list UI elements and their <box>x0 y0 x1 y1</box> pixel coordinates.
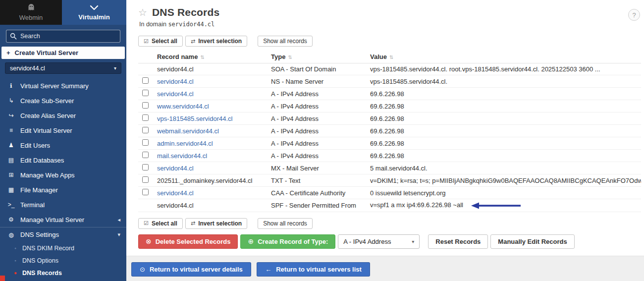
row-checkbox[interactable] <box>142 139 149 146</box>
record-value: 69.6.226.98 <box>370 140 404 147</box>
sidebar-item-terminal[interactable]: >_Terminal <box>0 197 126 212</box>
record-name: servidor44.cl <box>157 65 194 73</box>
column-header-record-name[interactable]: Record name⇅ <box>153 51 267 63</box>
column-header-type[interactable]: Type⇅ <box>267 51 366 63</box>
tab-webmin[interactable]: Webmin <box>0 0 62 25</box>
sidebar-item-file-manager[interactable]: ▦File Manager <box>0 182 126 197</box>
record-value: 69.6.226.98 <box>370 152 404 160</box>
table-row: admin.servidor44.clA - IPv4 Address69.6.… <box>138 137 641 150</box>
create-record-button[interactable]: ⊕ Create Record of Type: <box>240 234 335 249</box>
sidebar-subitem-dns-options[interactable]: ◦DNS Options <box>0 254 126 267</box>
row-checkbox[interactable] <box>142 90 149 96</box>
record-name-link[interactable]: servidor44.cl <box>157 90 194 98</box>
page-header: ☆ DNS Records In domain servidor44.cl <box>126 0 644 30</box>
column-header-value[interactable]: Value⇅ <box>366 51 641 63</box>
return-list-label: Return to virtual servers list <box>276 266 362 273</box>
select-all-button[interactable]: ☑ Select all <box>138 36 183 47</box>
record-name-link[interactable]: servidor44.cl <box>157 78 194 85</box>
reset-records-button[interactable]: Reset Records <box>428 234 488 249</box>
bullet-icon: ● <box>13 270 18 276</box>
record-name-link[interactable]: mail.servidor44.cl <box>157 152 207 160</box>
row-checkbox[interactable] <box>142 152 149 158</box>
table-row: servidor44.clNS - Name Servervps-1815485… <box>138 75 641 88</box>
row-checkbox[interactable] <box>142 176 149 183</box>
row-checkbox[interactable] <box>142 127 149 133</box>
sidebar-item-edit-virtual-server[interactable]: ≡Edit Virtual Server <box>0 123 126 138</box>
sidebar-item-edit-databases[interactable]: ▤Edit Databases <box>0 153 126 168</box>
show-all-records-button[interactable]: Show all records <box>258 36 313 47</box>
record-type: A - IPv4 Address <box>267 88 366 100</box>
record-name-link[interactable]: admin.servidor44.cl <box>157 140 213 147</box>
delete-selected-records-button[interactable]: ⊗ Delete Selected Records <box>138 234 238 249</box>
sidebar-subitem-dns-dkim-record[interactable]: ◦DNS DKIM Record <box>0 242 126 254</box>
sidebar-item-label: Virtual Server Summary <box>20 82 89 90</box>
invert-selection-button[interactable]: ⇄ Invert selection <box>185 36 247 47</box>
sidebar-item-label: Manage Virtual Server <box>20 216 84 224</box>
sidebar-subitem-dns-records[interactable]: ●DNS Records <box>0 267 126 279</box>
row-checkbox-cell <box>138 162 153 174</box>
record-name-link[interactable]: www.servidor44.cl <box>157 103 209 110</box>
info-circle-icon: ℹ <box>7 82 15 89</box>
row-checkbox-cell <box>138 150 153 162</box>
sidebar-item-virtual-server-summary[interactable]: ℹVirtual Server Summary <box>0 78 126 93</box>
record-value: vps-1815485.servidor44.cl. root.vps-1815… <box>370 65 600 73</box>
bullet-icon: ◦ <box>13 258 18 263</box>
records-toolbar-top: ☑ Select all ⇄ Invert selection Show all… <box>138 36 641 47</box>
sidebar-item-dns-settings[interactable]: ◍DNS Settings▾ <box>0 227 126 242</box>
sidebar-menu: ℹVirtual Server Summary↳Create Sub-Serve… <box>0 78 126 242</box>
table-row: servidor44.clSPF - Sender Permitted From… <box>138 199 641 212</box>
record-type-select[interactable]: A - IPv4 Address ▾ <box>338 234 420 249</box>
sidebar-subitem-label: DNS DKIM Record <box>22 245 74 252</box>
tab-virtualmin[interactable]: Virtualmin <box>62 0 126 25</box>
table-row: mail.servidor44.clA - IPv4 Address69.6.2… <box>138 150 641 162</box>
row-checkbox[interactable] <box>142 189 149 195</box>
record-name-link[interactable]: vps-1815485.servidor44.cl <box>157 115 232 122</box>
checkbox-icon: ☑ <box>144 220 149 226</box>
create-server-icon: + <box>6 49 10 56</box>
footer: ⊙ Return to virtual server details ← Ret… <box>126 256 644 281</box>
select-all-button[interactable]: ☑ Select all <box>138 218 183 229</box>
return-details-label: Return to virtual server details <box>150 266 243 273</box>
sidebar-item-create-sub-server[interactable]: ↳Create Sub-Server <box>0 93 126 108</box>
manually-edit-records-button[interactable]: Manually Edit Records <box>490 234 574 249</box>
record-name-link[interactable]: servidor44.cl <box>157 165 194 172</box>
record-value: vps-1815485.servidor44.cl. <box>370 78 447 85</box>
row-checkbox[interactable] <box>142 102 149 109</box>
record-value: 0 issuewild letsencrypt.org <box>370 189 445 197</box>
row-checkbox-cell <box>138 137 153 150</box>
search-input[interactable] <box>6 30 120 43</box>
record-type: CAA - Certificate Authority <box>267 187 366 199</box>
annotation-arrow <box>471 202 521 210</box>
table-row: webmail.servidor44.clA - IPv4 Address69.… <box>138 125 641 137</box>
sidebar-item-edit-users[interactable]: ♟Edit Users <box>0 138 126 153</box>
record-value: 69.6.226.98 <box>370 90 404 98</box>
row-checkbox[interactable] <box>142 77 149 84</box>
return-list-button[interactable]: ← Return to virtual servers list <box>257 262 370 277</box>
show-all-records-button[interactable]: Show all records <box>258 218 313 229</box>
domain-select-value: servidor44.cl <box>10 65 45 72</box>
invert-icon: ⇄ <box>191 38 195 45</box>
favorite-star-icon[interactable]: ☆ <box>138 7 147 17</box>
terminal-icon: >_ <box>7 201 15 208</box>
record-name-link[interactable]: servidor44.cl <box>157 189 194 197</box>
record-type: MX - Mail Server <box>267 162 366 174</box>
dns-settings-submenu: ◦DNS DKIM Record◦DNS Options●DNS Records <box>0 242 126 279</box>
row-checkbox[interactable] <box>142 114 149 121</box>
records-content: ☑ Select all ⇄ Invert selection Show all… <box>126 30 644 256</box>
row-checkbox[interactable] <box>142 164 149 170</box>
delete-label: Delete Selected Records <box>156 238 231 245</box>
sidebar-item-manage-web-apps[interactable]: ⊞Manage Web Apps <box>0 168 126 182</box>
domain-select[interactable]: servidor44.cl ▾ <box>5 62 121 74</box>
sidebar-item-create-alias-server[interactable]: ↪Create Alias Server <box>0 108 126 123</box>
record-type: TXT - Text <box>267 174 366 187</box>
sidebar-item-manage-virtual-server[interactable]: ⚙Manage Virtual Server◂ <box>0 212 126 227</box>
return-details-button[interactable]: ⊙ Return to virtual server details <box>131 262 251 277</box>
record-type-select-value: A - IPv4 Address <box>343 238 391 245</box>
invert-selection-button[interactable]: ⇄ Invert selection <box>185 218 247 229</box>
record-name-link[interactable]: webmail.servidor44.cl <box>157 127 219 135</box>
table-row: servidor44.clSOA - Start Of Domainvps-18… <box>138 63 641 75</box>
table-row: servidor44.clMX - Mail Server5 mail.serv… <box>138 162 641 174</box>
row-checkbox-cell <box>138 199 153 212</box>
help-icon[interactable]: ? <box>628 9 640 21</box>
create-virtual-server-button[interactable]: + Create Virtual Server <box>1 47 125 59</box>
